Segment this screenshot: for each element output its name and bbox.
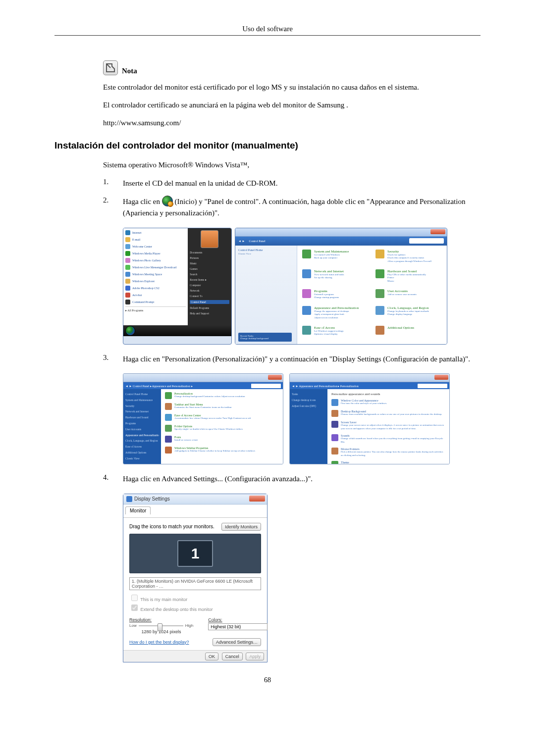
start-menu-right-item[interactable]: Games bbox=[190, 267, 229, 270]
personalization-item[interactable]: Mouse PointersPick a different mouse poi… bbox=[331, 448, 445, 457]
appearance-item[interactable]: PersonalizationChange desktop background… bbox=[165, 392, 279, 399]
sidebar-item[interactable]: Classic View bbox=[125, 456, 159, 461]
step-3: 3. Haga clic en "Personalization (Person… bbox=[103, 353, 481, 365]
category-icon bbox=[302, 250, 311, 258]
sidebar-item[interactable]: Appearance and Personalization bbox=[125, 433, 159, 438]
start-menu-right-item[interactable]: Default Programs bbox=[190, 306, 229, 309]
start-menu-right-item[interactable]: Pictures bbox=[190, 256, 229, 259]
start-menu-right-item[interactable]: Computer bbox=[190, 284, 229, 287]
start-menu-right-item[interactable]: Control Panel bbox=[190, 300, 229, 304]
personalization-item[interactable]: Desktop BackgroundChoose from available … bbox=[331, 410, 445, 417]
personalization-item[interactable]: SoundsChange which sounds are heard when… bbox=[331, 434, 445, 444]
cp-classic-view[interactable]: Classic View bbox=[238, 252, 294, 255]
control-panel-category[interactable]: User AccountsAdd or remove user accounts bbox=[375, 289, 442, 304]
item-icon bbox=[165, 414, 172, 421]
start-menu-item[interactable]: Windows Live Messenger Download bbox=[125, 265, 186, 270]
sidebar-item[interactable]: Clock, Language, and Region bbox=[125, 439, 159, 443]
appearance-item[interactable]: FontsInstall or remove a font bbox=[165, 436, 279, 443]
close-icon[interactable] bbox=[249, 496, 265, 502]
address-bar: ◄ ► Control Panel ▸ Appearance and Perso… bbox=[123, 382, 283, 389]
ok-button[interactable]: OK bbox=[205, 653, 218, 660]
sidebar-item[interactable]: Control Panel Home bbox=[125, 392, 159, 397]
start-menu-item[interactable]: Adobe Photoshop CS2 bbox=[125, 286, 186, 291]
recent-tasks: Recent Tasks Change desktop background bbox=[238, 333, 292, 342]
close-icon[interactable] bbox=[434, 375, 448, 380]
page-header-title: Uso del software bbox=[54, 25, 481, 33]
sidebar-item[interactable]: Change desktop icons bbox=[292, 398, 325, 403]
sidebar-item[interactable]: Network and Internet bbox=[125, 409, 159, 414]
help-link[interactable]: How do I get the best display? bbox=[129, 640, 189, 645]
search-input[interactable] bbox=[251, 384, 281, 388]
control-panel-sidebar: Control Panel Home Classic View Recent T… bbox=[235, 246, 297, 345]
start-menu-item[interactable]: E-mail bbox=[125, 237, 186, 242]
personalization-item[interactable]: Window Color and AppearanceFine tune the… bbox=[331, 399, 445, 406]
tab-monitor[interactable]: Monitor bbox=[125, 506, 151, 514]
sidebar-item[interactable]: Tasks bbox=[292, 392, 325, 397]
control-panel-category[interactable]: Network and InternetView network status … bbox=[302, 269, 369, 287]
start-menu-item[interactable]: Windows Explorer bbox=[125, 279, 186, 284]
start-menu-right-item[interactable]: Search bbox=[190, 273, 229, 276]
category-icon bbox=[375, 250, 384, 258]
appearance-item[interactable]: Ease of Access CenterAccommodate low vis… bbox=[165, 414, 279, 421]
search-input[interactable] bbox=[418, 384, 447, 388]
personalization-item[interactable]: Screen SaverChange your screen saver or … bbox=[331, 421, 445, 430]
start-menu-item[interactable]: Welcome Center bbox=[125, 244, 186, 249]
sidebar-item[interactable]: Security bbox=[125, 404, 159, 408]
item-icon bbox=[165, 403, 172, 410]
appearance-item[interactable]: Taskbar and Start MenuCustomize the Star… bbox=[165, 403, 279, 410]
start-menu-item[interactable]: Windows Meeting Space bbox=[125, 272, 186, 277]
advanced-settings-button[interactable]: Advanced Settings… bbox=[213, 638, 261, 646]
start-menu-right-item[interactable]: Music bbox=[190, 262, 229, 265]
sidebar-item[interactable]: Hardware and Sound bbox=[125, 415, 159, 420]
start-menu-item[interactable]: Acrobat bbox=[125, 293, 186, 298]
cp-home-link[interactable]: Control Panel Home bbox=[238, 249, 294, 252]
close-icon[interactable] bbox=[430, 229, 445, 234]
item-icon bbox=[331, 434, 338, 441]
start-menu-item[interactable]: Command Prompt bbox=[125, 300, 186, 304]
personalization-item[interactable]: ThemeChange the theme. Themes can change… bbox=[331, 461, 445, 464]
tab-strip: Monitor bbox=[123, 504, 267, 518]
control-panel-categories: System and MaintenanceGet started with W… bbox=[297, 246, 447, 345]
appearance-item[interactable]: Folder OptionsSpecify single- or double-… bbox=[165, 425, 279, 432]
colors-select[interactable]: Highest (32 bit) bbox=[208, 623, 268, 630]
monitor-layout-area[interactable]: 1 bbox=[129, 534, 261, 573]
control-panel-category[interactable]: Clock, Language, and RegionChange keyboa… bbox=[375, 306, 442, 324]
start-menu-right-item[interactable]: Recent Items ▸ bbox=[190, 278, 229, 281]
category-icon bbox=[375, 306, 384, 315]
all-programs[interactable]: ▸ All Programs bbox=[125, 306, 186, 312]
category-icon bbox=[302, 326, 311, 335]
start-menu-item[interactable]: Windows Media Player bbox=[125, 251, 186, 256]
appearance-item[interactable]: Windows Sidebar PropertiesAdd gadgets to… bbox=[165, 447, 279, 454]
sidebar-item[interactable]: Ease of Access bbox=[125, 445, 159, 449]
resolution-slider[interactable]: Low High bbox=[129, 623, 193, 628]
sidebar-item[interactable]: System and Maintenance bbox=[125, 398, 159, 403]
control-panel-category[interactable]: ProgramsUninstall a programChange startu… bbox=[302, 289, 369, 304]
start-menu-item[interactable]: Internet bbox=[125, 230, 186, 235]
control-panel-category[interactable]: SecurityCheck for updatesCheck this comp… bbox=[375, 250, 442, 267]
start-menu-item[interactable]: Windows Photo Gallery bbox=[125, 258, 186, 263]
start-menu-right-item[interactable]: Network bbox=[190, 289, 229, 292]
resolution-label: Resolution: bbox=[129, 617, 193, 622]
sidebar-item[interactable]: User Accounts bbox=[125, 427, 159, 432]
control-panel-category[interactable]: Additional Options bbox=[375, 326, 442, 341]
cancel-button[interactable]: Cancel bbox=[222, 653, 243, 660]
identify-monitors-button[interactable]: Identify Monitors bbox=[221, 523, 261, 531]
start-menu-right-item[interactable]: Documents bbox=[190, 251, 229, 254]
monitor-select[interactable]: 1. (Multiple Monitors) on NVIDIA GeForce… bbox=[129, 577, 261, 590]
sidebar-item[interactable]: Adjust font size (DPI) bbox=[292, 404, 325, 408]
start-menu-right-item[interactable]: Help and Support bbox=[190, 312, 229, 315]
close-icon[interactable] bbox=[268, 375, 282, 380]
monitor-1-icon[interactable]: 1 bbox=[177, 540, 213, 567]
sidebar-item[interactable]: Programs bbox=[125, 421, 159, 426]
sidebar-item[interactable]: Additional Options bbox=[125, 451, 159, 455]
category-icon bbox=[375, 326, 384, 335]
start-menu-right-item[interactable]: Connect To bbox=[190, 295, 229, 298]
control-panel-category[interactable]: System and MaintenanceGet started with W… bbox=[302, 250, 369, 267]
screenshot-appearance-and-personalization: ◄ ► Control Panel ▸ Appearance and Perso… bbox=[123, 373, 450, 464]
control-panel-category[interactable]: Appearance and PersonalizationChange the… bbox=[302, 306, 369, 324]
search-input[interactable] bbox=[409, 238, 444, 244]
control-panel-category[interactable]: Ease of AccessLet Windows suggest settin… bbox=[302, 326, 369, 341]
note-paragraph-1: Este controlador del monitor está certif… bbox=[103, 82, 481, 93]
control-panel-category[interactable]: Hardware and SoundPlay CDs or other medi… bbox=[375, 269, 442, 287]
step-4-number: 4. bbox=[103, 473, 123, 482]
